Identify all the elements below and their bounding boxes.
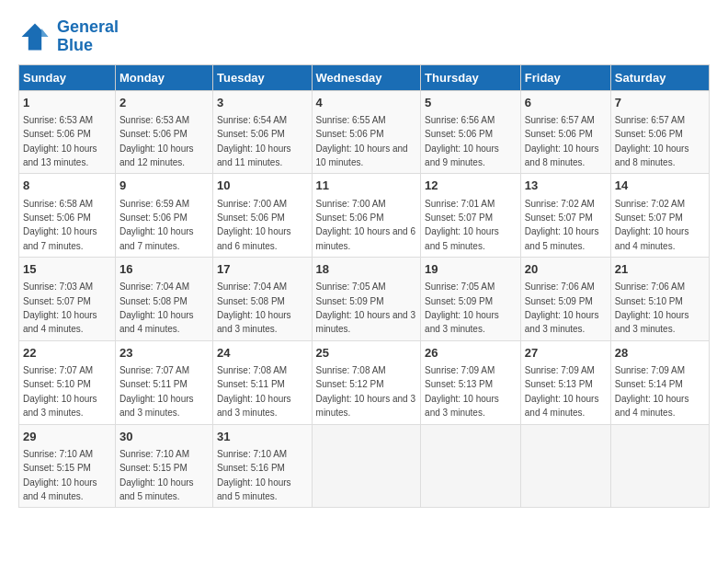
day-number: 1	[23, 95, 111, 111]
sunset-info: Sunset: 5:15 PM	[119, 463, 188, 473]
calendar-week-2: 8 Sunrise: 6:58 AM Sunset: 5:06 PM Dayli…	[19, 174, 710, 258]
daylight-info: Daylight: 10 hours and 4 minutes.	[615, 226, 689, 250]
logo-text: General Blue	[57, 18, 119, 55]
calendar-cell	[312, 424, 421, 508]
daylight-info: Daylight: 10 hours and 5 minutes.	[525, 226, 599, 250]
sunrise-info: Sunrise: 7:09 AM	[525, 365, 595, 375]
daylight-info: Daylight: 10 hours and 3 minutes.	[217, 310, 291, 334]
day-number: 27	[525, 345, 607, 362]
sunrise-info: Sunrise: 7:00 AM	[316, 199, 386, 209]
sunset-info: Sunset: 5:06 PM	[217, 129, 285, 139]
col-header-friday: Friday	[520, 64, 610, 90]
day-number: 12	[425, 178, 517, 194]
day-number: 14	[615, 178, 705, 194]
daylight-info: Daylight: 10 hours and 3 minutes.	[425, 394, 499, 418]
calendar-cell: 21 Sunrise: 7:06 AM Sunset: 5:10 PM Dayl…	[610, 258, 709, 341]
daylight-info: Daylight: 10 hours and 8 minutes.	[525, 144, 599, 167]
daylight-info: Daylight: 10 hours and 4 minutes.	[23, 477, 97, 501]
sunrise-info: Sunrise: 6:58 AM	[23, 199, 93, 209]
sunset-info: Sunset: 5:11 PM	[119, 379, 188, 389]
calendar-week-5: 29 Sunrise: 7:10 AM Sunset: 5:15 PM Dayl…	[19, 424, 710, 508]
sunset-info: Sunset: 5:14 PM	[615, 379, 683, 389]
calendar-cell: 31 Sunrise: 7:10 AM Sunset: 5:16 PM Dayl…	[213, 424, 313, 508]
sunrise-info: Sunrise: 7:03 AM	[23, 282, 93, 292]
day-number: 21	[615, 261, 705, 278]
daylight-info: Daylight: 10 hours and 5 minutes.	[119, 477, 194, 501]
daylight-info: Daylight: 10 hours and 6 minutes.	[316, 226, 415, 250]
sunrise-info: Sunrise: 6:54 AM	[217, 115, 287, 125]
calendar-week-3: 15 Sunrise: 7:03 AM Sunset: 5:07 PM Dayl…	[19, 258, 710, 341]
sunset-info: Sunset: 5:08 PM	[119, 296, 188, 306]
calendar-cell	[520, 424, 610, 508]
day-number: 18	[316, 261, 417, 278]
calendar-cell: 26 Sunrise: 7:09 AM Sunset: 5:13 PM Dayl…	[421, 340, 521, 424]
sunrise-info: Sunrise: 7:01 AM	[425, 199, 495, 209]
sunset-info: Sunset: 5:08 PM	[217, 296, 285, 306]
sunset-info: Sunset: 5:06 PM	[525, 129, 593, 139]
daylight-info: Daylight: 10 hours and 6 minutes.	[217, 226, 291, 250]
daylight-info: Daylight: 10 hours and 4 minutes.	[615, 394, 689, 418]
sunrise-info: Sunrise: 7:04 AM	[217, 282, 287, 292]
logo: General Blue	[18, 18, 119, 55]
col-header-wednesday: Wednesday	[312, 64, 421, 90]
day-number: 25	[316, 345, 417, 362]
calendar-cell: 1 Sunrise: 6:53 AM Sunset: 5:06 PM Dayli…	[19, 90, 116, 174]
daylight-info: Daylight: 10 hours and 10 minutes.	[316, 144, 408, 167]
day-number: 24	[217, 345, 308, 362]
sunrise-info: Sunrise: 6:59 AM	[119, 199, 189, 209]
calendar-cell: 6 Sunrise: 6:57 AM Sunset: 5:06 PM Dayli…	[520, 90, 610, 174]
daylight-info: Daylight: 10 hours and 3 minutes.	[316, 310, 415, 334]
calendar-cell: 10 Sunrise: 7:00 AM Sunset: 5:06 PM Dayl…	[213, 174, 313, 258]
calendar-cell: 5 Sunrise: 6:56 AM Sunset: 5:06 PM Dayli…	[421, 90, 521, 174]
day-number: 11	[316, 178, 417, 194]
daylight-info: Daylight: 10 hours and 4 minutes.	[525, 394, 599, 418]
calendar-cell: 20 Sunrise: 7:06 AM Sunset: 5:09 PM Dayl…	[520, 258, 610, 341]
daylight-info: Daylight: 10 hours and 5 minutes.	[425, 226, 499, 250]
svg-marker-1	[41, 29, 48, 37]
day-number: 9	[119, 178, 209, 194]
calendar-cell: 7 Sunrise: 6:57 AM Sunset: 5:06 PM Dayli…	[610, 90, 709, 174]
sunrise-info: Sunrise: 7:06 AM	[615, 282, 685, 292]
calendar-cell: 15 Sunrise: 7:03 AM Sunset: 5:07 PM Dayl…	[19, 258, 116, 341]
sunrise-info: Sunrise: 6:56 AM	[425, 115, 495, 125]
calendar-cell: 13 Sunrise: 7:02 AM Sunset: 5:07 PM Dayl…	[520, 174, 610, 258]
sunrise-info: Sunrise: 7:06 AM	[525, 282, 595, 292]
daylight-info: Daylight: 10 hours and 3 minutes.	[119, 394, 194, 418]
calendar-cell: 30 Sunrise: 7:10 AM Sunset: 5:15 PM Dayl…	[115, 424, 212, 508]
daylight-info: Daylight: 10 hours and 9 minutes.	[425, 144, 499, 167]
calendar-cell	[610, 424, 709, 508]
sunrise-info: Sunrise: 7:07 AM	[23, 365, 93, 375]
sunrise-info: Sunrise: 7:05 AM	[425, 282, 495, 292]
sunset-info: Sunset: 5:15 PM	[23, 463, 91, 473]
sunrise-info: Sunrise: 7:09 AM	[425, 365, 495, 375]
day-number: 2	[119, 95, 209, 111]
sunset-info: Sunset: 5:06 PM	[217, 213, 285, 223]
calendar-cell: 22 Sunrise: 7:07 AM Sunset: 5:10 PM Dayl…	[19, 340, 116, 424]
sunset-info: Sunset: 5:12 PM	[316, 379, 384, 389]
day-number: 17	[217, 261, 308, 278]
day-number: 22	[23, 345, 111, 362]
calendar-cell: 29 Sunrise: 7:10 AM Sunset: 5:15 PM Dayl…	[19, 424, 116, 508]
day-number: 13	[525, 178, 607, 194]
daylight-info: Daylight: 10 hours and 7 minutes.	[119, 226, 194, 250]
sunset-info: Sunset: 5:09 PM	[316, 296, 384, 306]
sunset-info: Sunset: 5:06 PM	[119, 213, 188, 223]
daylight-info: Daylight: 10 hours and 3 minutes.	[316, 394, 415, 418]
calendar-cell: 3 Sunrise: 6:54 AM Sunset: 5:06 PM Dayli…	[213, 90, 313, 174]
calendar-cell: 23 Sunrise: 7:07 AM Sunset: 5:11 PM Dayl…	[115, 340, 212, 424]
sunrise-info: Sunrise: 7:07 AM	[119, 365, 189, 375]
sunrise-info: Sunrise: 7:04 AM	[119, 282, 189, 292]
day-number: 29	[23, 429, 111, 445]
day-number: 28	[615, 345, 705, 362]
day-number: 6	[525, 95, 607, 111]
calendar-cell: 12 Sunrise: 7:01 AM Sunset: 5:07 PM Dayl…	[421, 174, 521, 258]
calendar-cell: 24 Sunrise: 7:08 AM Sunset: 5:11 PM Dayl…	[213, 340, 313, 424]
calendar-cell: 27 Sunrise: 7:09 AM Sunset: 5:13 PM Dayl…	[520, 340, 610, 424]
sunrise-info: Sunrise: 6:55 AM	[316, 115, 386, 125]
daylight-info: Daylight: 10 hours and 5 minutes.	[217, 477, 291, 501]
sunset-info: Sunset: 5:10 PM	[23, 379, 91, 389]
calendar-cell: 4 Sunrise: 6:55 AM Sunset: 5:06 PM Dayli…	[312, 90, 421, 174]
sunrise-info: Sunrise: 7:10 AM	[119, 449, 189, 459]
sunset-info: Sunset: 5:09 PM	[425, 296, 493, 306]
sunrise-info: Sunrise: 7:09 AM	[615, 365, 685, 375]
